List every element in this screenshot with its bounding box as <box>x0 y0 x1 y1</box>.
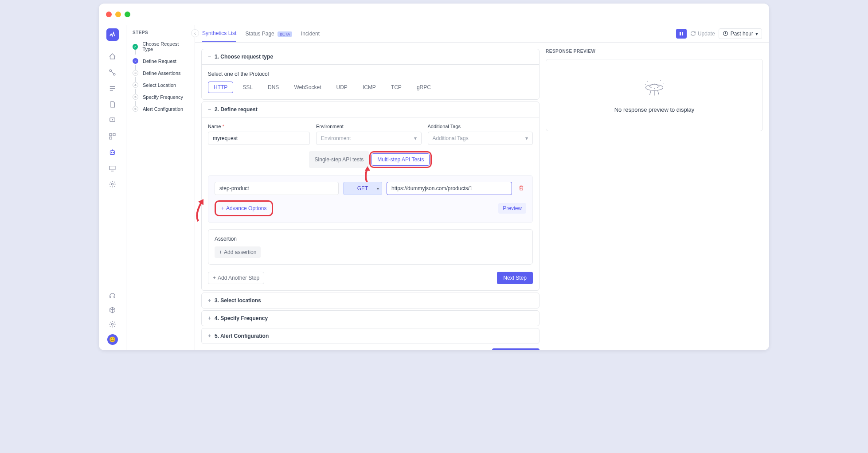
app-logo[interactable] <box>106 28 119 41</box>
svg-rect-6 <box>109 137 112 139</box>
svg-point-18 <box>654 88 655 89</box>
beta-badge: BETA <box>278 31 292 37</box>
protocol-buttons: HTTPSSLDNSWebSocketUDPICMPTCPgRPC <box>208 82 533 93</box>
expand-icon[interactable]: + <box>208 333 211 339</box>
svg-point-9 <box>113 152 113 152</box>
left-nav-rail: 😊 <box>99 25 126 350</box>
method-label: GET <box>357 185 368 191</box>
gear-icon[interactable] <box>109 180 117 188</box>
protocol-websocket[interactable]: WebSocket <box>288 82 327 93</box>
section-alert-configuration: +5. Alert Configuration <box>201 328 540 344</box>
step-item[interactable]: 2Define Request <box>133 58 188 64</box>
multi-step-button[interactable]: Multi-step API Tests <box>371 153 430 166</box>
next-step-button[interactable]: Next Step <box>497 272 533 284</box>
env-label: Environment <box>316 124 422 129</box>
add-assertion-button[interactable]: + Add assertion <box>215 246 261 258</box>
step-number: ✓ <box>133 44 138 50</box>
update-button[interactable]: Update <box>690 31 715 37</box>
tab-synthetics[interactable]: Synthetics List <box>202 26 236 42</box>
create-monitor-button[interactable]: Create Monitor <box>492 348 540 350</box>
top-bar: Synthetics List Status Page BETA Inciden… <box>195 25 769 43</box>
tab-incident[interactable]: Incident <box>301 26 320 41</box>
headset-icon[interactable] <box>109 292 117 300</box>
monitor-icon[interactable] <box>109 164 117 172</box>
user-avatar[interactable]: 😊 <box>107 334 118 345</box>
step-item[interactable]: 6Alert Configuration <box>133 106 188 112</box>
annotation-highlight-multistep: Multi-step API Tests <box>369 151 432 168</box>
list-icon[interactable] <box>109 84 117 92</box>
document-icon[interactable] <box>109 100 117 108</box>
svg-point-16 <box>646 85 663 91</box>
protocol-http[interactable]: HTTP <box>208 82 233 93</box>
step-number: 5 <box>133 94 138 100</box>
clock-icon <box>723 31 728 36</box>
url-input[interactable] <box>387 182 512 195</box>
alert-icon[interactable] <box>109 116 117 124</box>
synthetics-icon[interactable] <box>109 148 117 156</box>
home-icon[interactable] <box>109 52 117 60</box>
step-label: Define Request <box>143 59 176 64</box>
ufo-icon <box>641 77 668 99</box>
tab-status-page-label: Status Page <box>245 31 274 37</box>
chevron-down-icon: ▾ <box>414 135 417 141</box>
response-preview-title: RESPONSE PREVIEW <box>546 49 763 54</box>
protocol-dns[interactable]: DNS <box>262 82 285 93</box>
response-preview-column: RESPONSE PREVIEW No response preview to … <box>546 49 763 344</box>
advance-options-button[interactable]: + Advance Options <box>217 203 271 214</box>
tags-select[interactable]: Additional Tags▾ <box>428 132 533 145</box>
step-label: Specify Frequency <box>143 94 183 100</box>
close-window-icon[interactable] <box>106 12 112 17</box>
collapse-icon[interactable]: − <box>208 54 211 60</box>
svg-rect-14 <box>682 32 683 35</box>
app-window: 😊 STEPS ‹ ✓Choose Request Type2Define Re… <box>99 4 769 350</box>
expand-icon[interactable]: + <box>208 315 211 321</box>
window-controls <box>106 12 130 17</box>
svg-rect-10 <box>109 166 115 170</box>
preview-button[interactable]: Preview <box>498 203 526 214</box>
single-step-button[interactable]: Single-step API tests <box>309 151 370 168</box>
collapse-icon[interactable]: − <box>208 106 211 113</box>
section-define-request: − 2. Define request Name * Environment <box>201 102 540 291</box>
update-label: Update <box>698 31 715 37</box>
chevron-down-icon: ▾ <box>525 135 528 141</box>
grid-icon[interactable] <box>109 132 117 140</box>
svg-point-19 <box>657 87 658 88</box>
protocol-udp[interactable]: UDP <box>331 82 353 93</box>
connections-icon[interactable] <box>109 68 117 76</box>
time-range-select[interactable]: Past hour ▾ <box>719 28 762 39</box>
annotation-highlight-advance: + Advance Options <box>215 200 273 216</box>
environment-select[interactable]: Environment▾ <box>316 132 422 145</box>
assertion-box: Assertion + Add assertion <box>208 229 533 265</box>
chevron-down-icon: ▾ <box>377 186 379 191</box>
section5-title: 5. Alert Configuration <box>215 333 269 339</box>
step-item[interactable]: 4Select Location <box>133 82 188 88</box>
http-method-select[interactable]: GET ▾ <box>343 182 382 195</box>
protocol-ssl[interactable]: SSL <box>237 82 258 93</box>
protocol-tcp[interactable]: TCP <box>385 82 407 93</box>
tab-status-page[interactable]: Status Page BETA <box>245 26 292 41</box>
add-step-button[interactable]: + Add Another Step <box>208 272 264 284</box>
svg-point-12 <box>111 323 113 325</box>
expand-icon[interactable]: + <box>208 297 211 304</box>
step-item[interactable]: 5Specify Frequency <box>133 94 188 100</box>
step-name-input[interactable] <box>215 182 339 195</box>
protocol-icmp[interactable]: ICMP <box>357 82 382 93</box>
add-assertion-label: Add assertion <box>224 249 256 255</box>
step-item[interactable]: 3Define Assertions <box>133 70 188 76</box>
assertion-title: Assertion <box>215 236 526 242</box>
svg-point-11 <box>111 183 113 185</box>
cube-icon[interactable] <box>109 306 117 314</box>
protocol-grpc[interactable]: gRPC <box>411 82 437 93</box>
step-item[interactable]: ✓Choose Request Type <box>133 41 188 52</box>
minimize-window-icon[interactable] <box>115 12 121 17</box>
settings-icon[interactable] <box>109 320 117 328</box>
delete-step-icon[interactable] <box>516 185 526 192</box>
name-input[interactable] <box>208 132 310 145</box>
refresh-icon <box>690 31 696 36</box>
maximize-window-icon[interactable] <box>125 12 130 17</box>
pause-button[interactable] <box>676 29 687 39</box>
collapse-sidebar-button[interactable]: ‹ <box>191 29 199 37</box>
step-configuration: GET ▾ <box>208 175 533 223</box>
name-label: Name * <box>208 124 310 129</box>
form-column: − 1. Choose request type Select one of t… <box>201 49 540 344</box>
